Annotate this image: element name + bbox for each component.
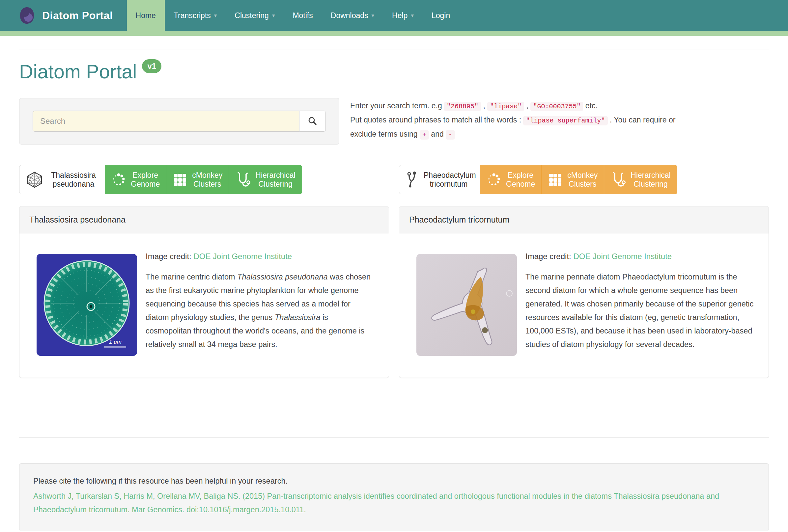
image-credit-line: Image credit: DOE Joint Genome Institute	[145, 252, 376, 261]
grid-icon	[173, 172, 187, 187]
dots-circle-icon	[111, 172, 126, 187]
phaeodactylum-diatom-image	[416, 254, 517, 356]
species-col-phaeodactylum: Phaeodactylum tricornutum Explore Genome	[399, 165, 769, 194]
citation-reference-link[interactable]: Ashworth J, Turkarslan S, Harris M, Orel…	[33, 490, 755, 516]
nav-item-label: Transcripts	[174, 11, 211, 20]
image-credit-line: Image credit: DOE Joint Genome Institute	[526, 252, 755, 261]
example-code: "lipase superfamily"	[523, 116, 608, 125]
navbar: Diatom Portal Home Transcripts▾ Clusteri…	[0, 0, 788, 36]
bottom-divider	[19, 437, 769, 438]
phaeodactylum-panel: Phaeodactylum tricornutum	[399, 206, 769, 378]
nav-item-downloads[interactable]: Downloads▾	[322, 0, 383, 36]
phaeodactylum-species-button[interactable]: Phaeodactylum tricornutum	[399, 165, 480, 194]
chevron-down-icon: ▾	[372, 12, 375, 19]
panel-text: Image credit: DOE Joint Genome Institute…	[145, 252, 376, 351]
panel-title: Thalassiosira pseudonana	[19, 206, 389, 233]
thalassiosira-explore-genome-button[interactable]: Explore Genome	[105, 165, 166, 194]
search-help-line: exclude terms using + and -	[350, 127, 675, 142]
top-divider	[19, 49, 769, 49]
brand-title: Diatom Portal	[42, 9, 113, 22]
phaeodactylum-cmonkey-clusters-button[interactable]: cMonkey Clusters	[541, 165, 604, 194]
species-button-row: Thalassiosira pseudonana Explore Genome	[19, 165, 769, 194]
nav-item-label: Downloads	[331, 11, 368, 20]
citation-well: Please cite the following if this resour…	[19, 463, 769, 531]
species-button-label: Thalassiosira pseudonana	[48, 171, 98, 189]
image-scale-label: 1 um	[109, 339, 122, 345]
thalassiosira-button-group: Thalassiosira pseudonana Explore Genome	[19, 165, 302, 194]
button-label: cMonkey Clusters	[192, 171, 222, 189]
panel-title: Phaeodactylum tricornutum	[399, 206, 769, 233]
nav-item-label: Home	[136, 11, 156, 20]
phaeodactylum-explore-genome-button[interactable]: Explore Genome	[480, 165, 541, 194]
button-label: cMonkey Clusters	[567, 171, 597, 189]
search-help-line: Put quotes around phrases to match all t…	[350, 113, 675, 127]
phaeodactylum-hierarchical-clustering-button[interactable]: Hierarchical Clustering	[604, 165, 677, 194]
hexagon-diatom-icon	[26, 171, 43, 189]
page-title: Diatom Portalv1	[19, 61, 769, 83]
search-help-text: Enter your search term. e.g "268895" , "…	[350, 98, 675, 142]
species-button-label: Phaeodactylum tricornutum	[423, 171, 474, 189]
button-label: Explore Genome	[131, 171, 160, 189]
nav-item-label: Motifs	[293, 11, 313, 20]
chevron-down-icon: ▾	[411, 12, 414, 19]
search-help-line: Enter your search term. e.g "268895" , "…	[350, 99, 675, 113]
search-well	[19, 98, 339, 145]
species-col-thalassiosira: Thalassiosira pseudonana Explore Genome	[19, 165, 389, 194]
species-description: The marine centric diatom Thalassiosira …	[145, 270, 376, 351]
example-code: +	[420, 130, 429, 140]
grid-icon	[548, 172, 562, 187]
nav-item-transcripts[interactable]: Transcripts▾	[165, 0, 226, 36]
species-panels-row: Thalassiosira pseudonana	[19, 206, 769, 378]
phaeodactylum-button-group: Phaeodactylum tricornutum Explore Genome	[399, 165, 677, 194]
citation-intro: Please cite the following if this resour…	[33, 477, 755, 486]
dots-circle-icon	[487, 172, 501, 187]
page-title-text: Diatom Portal	[19, 61, 137, 83]
nav-item-login[interactable]: Login	[423, 0, 459, 36]
button-label: Hierarchical Clustering	[631, 171, 670, 189]
nav-item-clustering[interactable]: Clustering▾	[226, 0, 284, 36]
search-input[interactable]	[33, 110, 299, 132]
search-button[interactable]	[299, 110, 326, 132]
version-badge: v1	[142, 59, 161, 73]
example-code: "lipase"	[487, 102, 524, 111]
thalassiosira-species-button[interactable]: Thalassiosira pseudonana	[19, 165, 105, 194]
button-label: Hierarchical Clustering	[255, 171, 295, 189]
nav-item-label: Help	[392, 11, 408, 20]
navbar-brand[interactable]: Diatom Portal	[0, 0, 113, 36]
panel-body: 1 um Image credit: DOE Joint Genome Inst…	[19, 233, 389, 377]
example-code: "268895"	[444, 102, 481, 111]
species-description: The marine pennate diatom Phaeodactylum …	[526, 270, 755, 351]
thalassiosira-diatom-image: 1 um	[37, 254, 137, 356]
thalassiosira-hierarchical-clustering-button[interactable]: Hierarchical Clustering	[229, 165, 302, 194]
example-code: "GO:0003755"	[530, 102, 583, 111]
branch-icon	[406, 171, 419, 188]
thalassiosira-panel: Thalassiosira pseudonana	[19, 206, 389, 378]
chevron-down-icon: ▾	[214, 12, 217, 19]
diatom-logo-icon	[18, 6, 36, 24]
image-credit-link[interactable]: DOE Joint Genome Institute	[573, 252, 672, 261]
nav-item-label: Clustering	[235, 11, 269, 20]
button-label: Explore Genome	[506, 171, 535, 189]
stethoscope-icon	[610, 171, 626, 188]
nav-item-help[interactable]: Help▾	[383, 0, 423, 36]
nav-item-home[interactable]: Home	[127, 0, 165, 36]
search-section: Enter your search term. e.g "268895" , "…	[19, 98, 769, 145]
stethoscope-icon	[235, 171, 250, 188]
magnifier-icon	[308, 117, 317, 126]
chevron-down-icon: ▾	[272, 12, 275, 19]
nav-item-motifs[interactable]: Motifs	[284, 0, 321, 36]
search-input-group	[33, 110, 326, 132]
panel-body: Image credit: DOE Joint Genome Institute…	[399, 233, 769, 377]
nav-item-label: Login	[432, 11, 450, 20]
image-credit-link[interactable]: DOE Joint Genome Institute	[193, 252, 292, 261]
panel-text: Image credit: DOE Joint Genome Institute…	[526, 252, 755, 351]
example-code: -	[446, 130, 455, 140]
thalassiosira-cmonkey-clusters-button[interactable]: cMonkey Clusters	[166, 165, 229, 194]
